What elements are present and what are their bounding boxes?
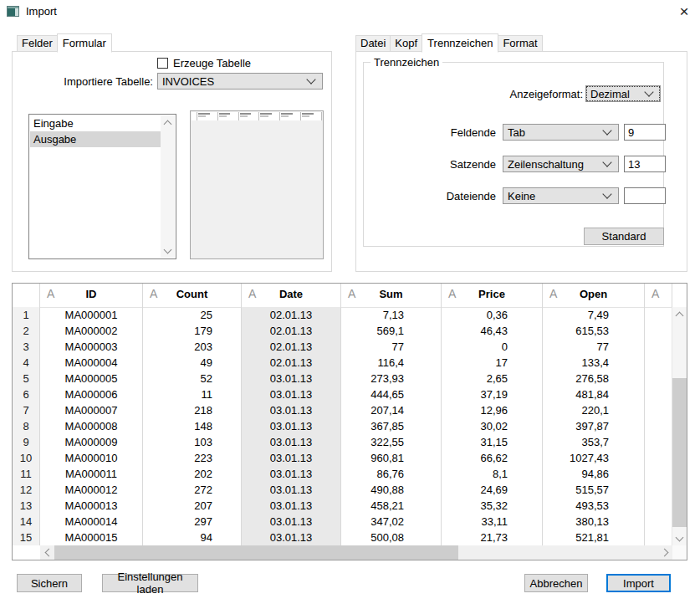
horizontal-scroll-thumb[interactable]	[54, 545, 458, 560]
preview-column	[218, 112, 239, 120]
cell-sum: 960,81	[341, 450, 442, 466]
cell-date: 03.01.13	[242, 514, 341, 530]
cell-price: 2,65	[442, 371, 543, 386]
cell-sum: 273,93	[341, 371, 442, 386]
cell-date: 03.01.13	[242, 371, 341, 386]
combobox-value: Zeilenschaltung	[508, 158, 600, 171]
separator-combobox-satzende[interactable]: Zeilenschaltung	[503, 156, 619, 172]
save-button[interactable]: Sichern	[17, 574, 82, 592]
cell-open: 481,84	[543, 386, 645, 402]
scroll-up-icon[interactable]	[161, 115, 175, 130]
preview-column	[239, 112, 260, 120]
cell-sum: 322,55	[341, 434, 442, 450]
row-number: 14	[13, 514, 40, 530]
table-row[interactable]: 15MA0000159403.01.13500,0821,73521,81	[13, 530, 672, 545]
column-title: Date	[242, 288, 340, 300]
import-button[interactable]: Import	[606, 574, 671, 592]
column-header-price[interactable]: APrice	[442, 284, 543, 307]
display-format-value: Dezimal	[590, 88, 642, 100]
cell-open: 1027,43	[543, 450, 645, 466]
list-item-eingabe[interactable]: Eingabe	[30, 115, 161, 131]
cell-price: 35,32	[442, 498, 543, 514]
table-row[interactable]: 7MA00000721803.01.13207,1412,96220,1	[13, 402, 672, 418]
table-row[interactable]: 13MA00001320703.01.13458,2135,32493,53	[13, 498, 672, 514]
cell-count: 223	[143, 450, 242, 466]
cell-id: MA000011	[40, 466, 143, 482]
separator-code-field-satzende[interactable]	[624, 156, 666, 172]
separator-code-field-dateiende[interactable]	[624, 187, 666, 204]
tab-kopf[interactable]: Kopf	[390, 35, 422, 52]
column-header-count[interactable]: ACount	[143, 284, 242, 307]
cell-id: MA000004	[40, 355, 143, 371]
cell-id: MA000001	[40, 307, 143, 323]
preview-column	[259, 112, 280, 120]
table-row[interactable]: 14MA00001429703.01.13347,0233,11380,13	[13, 514, 672, 530]
listbox-scrollbar[interactable]	[161, 115, 175, 258]
cell-id: MA000007	[40, 402, 143, 418]
cell-date: 02.01.13	[242, 339, 341, 355]
cell-extra	[645, 498, 672, 514]
scroll-down-icon[interactable]	[161, 243, 175, 258]
table-row[interactable]: 12MA00001227203.01.13490,8824,69515,57	[13, 482, 672, 498]
cell-id: MA000009	[40, 434, 143, 450]
cell-extra	[645, 355, 672, 371]
scroll-up-icon[interactable]	[672, 307, 687, 321]
table-row[interactable]: 11MA00001120203.01.1386,768,194,86	[13, 466, 672, 482]
table-row[interactable]: 6MA0000061103.01.13444,6537,19481,84	[13, 386, 672, 402]
combobox-value: Keine	[508, 190, 600, 202]
tab-datei[interactable]: Datei	[355, 35, 391, 52]
scroll-left-icon[interactable]	[40, 545, 54, 560]
load-settings-button[interactable]: Einstellungen laden	[102, 574, 198, 592]
scroll-down-icon[interactable]	[672, 531, 687, 545]
io-listbox[interactable]: EingabeAusgabe	[28, 114, 176, 259]
table-row[interactable]: 8MA00000814803.01.13367,8530,02397,87	[13, 418, 672, 434]
cancel-button[interactable]: Abbrechen	[524, 574, 588, 592]
data-grid: AIDACountADateASumAPriceAOpenA 1MA000001…	[12, 283, 687, 560]
cell-sum: 7,13	[341, 307, 442, 323]
cell-sum: 569,1	[341, 323, 442, 339]
import-table-combobox[interactable]: INVOICES	[157, 73, 323, 90]
column-header-open[interactable]: AOpen	[543, 284, 645, 307]
cell-count: 179	[143, 323, 242, 339]
cell-date: 03.01.13	[242, 498, 341, 514]
standard-button[interactable]: Standard	[584, 228, 664, 245]
vertical-scroll-thumb[interactable]	[672, 378, 687, 527]
cell-price: 21,73	[442, 530, 543, 545]
separator-combobox-dateiende[interactable]: Keine	[503, 187, 619, 204]
table-row[interactable]: 1MA0000012502.01.137,130,367,49	[13, 307, 672, 323]
table-row[interactable]: 4MA0000044902.01.13116,417133,4	[13, 355, 672, 371]
preview-column	[280, 112, 301, 120]
display-format-combobox[interactable]: Dezimal	[585, 85, 661, 102]
scroll-right-icon[interactable]	[658, 545, 672, 560]
table-row[interactable]: 9MA00000910303.01.13322,5531,15353,7	[13, 434, 672, 450]
column-header-id[interactable]: AID	[40, 284, 143, 307]
cell-count: 49	[143, 355, 242, 371]
table-row[interactable]: 5MA0000055203.01.13273,932,65276,58	[13, 371, 672, 386]
table-row[interactable]: 10MA00001022303.01.13960,8166,621027,43	[13, 450, 672, 466]
separator-combobox-feldende[interactable]: Tab	[503, 124, 619, 141]
tab-format[interactable]: Format	[498, 35, 542, 52]
tab-felder[interactable]: Felder	[17, 35, 58, 52]
tab-formular[interactable]: Formular	[57, 33, 112, 53]
row-number: 10	[13, 450, 40, 466]
horizontal-scrollbar[interactable]	[40, 545, 672, 560]
cell-count: 52	[143, 371, 242, 386]
close-icon[interactable]: ×	[672, 2, 696, 22]
table-row[interactable]: 3MA00000320302.01.1377077	[13, 339, 672, 355]
cell-price: 37,19	[442, 386, 543, 402]
import-table-label: Importiere Tabelle:	[13, 75, 153, 88]
cell-count: 297	[143, 514, 242, 530]
create-table-checkbox[interactable]	[157, 58, 168, 69]
right-tab-strip: DateiKopfTrennzeichenFormat	[355, 33, 542, 52]
column-header-sum[interactable]: ASum	[341, 284, 442, 307]
vertical-scrollbar[interactable]	[672, 307, 687, 545]
list-item-ausgabe[interactable]: Ausgabe	[30, 131, 161, 147]
separator-code-field-feldende[interactable]	[624, 124, 666, 141]
row-number: 12	[13, 482, 40, 498]
table-row[interactable]: 2MA00000217902.01.13569,146,43615,53	[13, 323, 672, 339]
cell-open: 380,13	[543, 514, 645, 530]
tab-trennzeichen[interactable]: Trennzeichen	[422, 33, 498, 53]
left-tab-strip: FelderFormular	[17, 33, 111, 52]
chevron-down-icon	[602, 189, 611, 198]
column-header-date[interactable]: ADate	[242, 284, 341, 307]
